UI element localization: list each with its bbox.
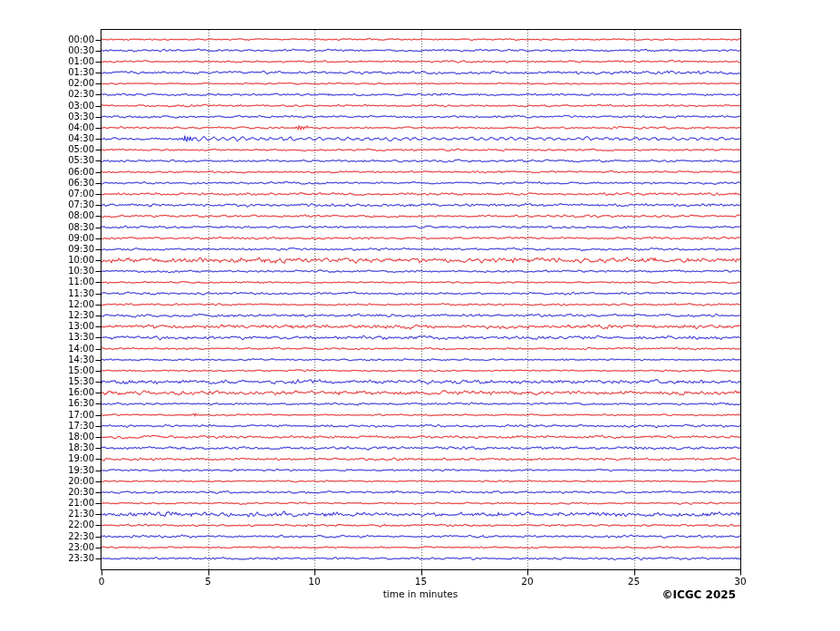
time-row-label: 07:30 [0, 199, 94, 210]
time-row-label: 18:30 [0, 442, 94, 453]
x-axis-label: time in minutes [383, 588, 458, 599]
time-row-label: 12:00 [0, 299, 94, 310]
time-row-label: 19:30 [0, 465, 94, 476]
time-row-label: 00:00 [0, 34, 94, 45]
time-row-label: 19:00 [0, 453, 94, 464]
time-row-label: 05:00 [0, 144, 94, 155]
time-row-label: 00:30 [0, 45, 94, 56]
time-row-label: 03:00 [0, 101, 94, 112]
time-row-label: 01:00 [0, 56, 94, 67]
time-row-label: 10:00 [0, 255, 94, 266]
time-row-label: 17:00 [0, 410, 94, 421]
seismogram-plot-canvas [0, 0, 840, 631]
time-row-label: 18:00 [0, 432, 94, 442]
time-row-label: 04:30 [0, 133, 94, 144]
x-tick-label: 25 [628, 576, 640, 587]
copyright-label: ©ICGC 2025 [661, 588, 736, 601]
x-tick-label: 15 [415, 576, 427, 587]
time-row-label: 09:00 [0, 233, 94, 244]
time-row-label: 12:30 [0, 310, 94, 321]
time-row-label: 14:30 [0, 354, 94, 365]
time-row-label: 08:00 [0, 210, 94, 221]
time-row-label: 13:30 [0, 332, 94, 343]
x-tick-label: 5 [205, 576, 211, 587]
time-row-label: 21:00 [0, 498, 94, 509]
x-tick-label: 20 [521, 576, 533, 587]
time-row-label: 13:00 [0, 321, 94, 332]
time-row-label: 11:30 [0, 288, 94, 299]
time-row-label: 04:00 [0, 122, 94, 133]
time-row-label: 06:00 [0, 167, 94, 178]
time-row-label: 21:30 [0, 509, 94, 519]
time-row-label: 23:30 [0, 553, 94, 564]
time-row-label: 15:30 [0, 376, 94, 387]
time-row-label: 11:00 [0, 277, 94, 287]
x-tick-label: 30 [734, 576, 746, 587]
time-row-label: 15:00 [0, 365, 94, 376]
time-row-label: 20:30 [0, 487, 94, 498]
time-row-label: 22:30 [0, 531, 94, 542]
time-row-label: 16:30 [0, 398, 94, 409]
time-row-label: 07:00 [0, 189, 94, 199]
time-row-label: 01:30 [0, 67, 94, 78]
time-row-label: 10:30 [0, 266, 94, 277]
x-tick-label: 10 [308, 576, 320, 587]
time-row-label: 02:00 [0, 78, 94, 89]
time-row-label: 23:00 [0, 542, 94, 553]
helicorder-page: 22-10-2025 CA.CEST..HHZ - Not filtered -… [0, 0, 840, 631]
time-row-label: 16:00 [0, 387, 94, 398]
time-row-label: 17:30 [0, 421, 94, 432]
x-tick-label: 0 [99, 576, 105, 587]
time-row-label: 06:30 [0, 178, 94, 189]
time-row-label: 14:00 [0, 344, 94, 354]
time-row-label: 08:30 [0, 222, 94, 233]
time-row-label: 20:00 [0, 476, 94, 487]
time-row-label: 22:00 [0, 519, 94, 530]
time-row-label: 09:30 [0, 244, 94, 255]
time-row-label: 02:30 [0, 89, 94, 100]
time-row-label: 03:30 [0, 112, 94, 122]
time-row-label: 05:30 [0, 155, 94, 166]
